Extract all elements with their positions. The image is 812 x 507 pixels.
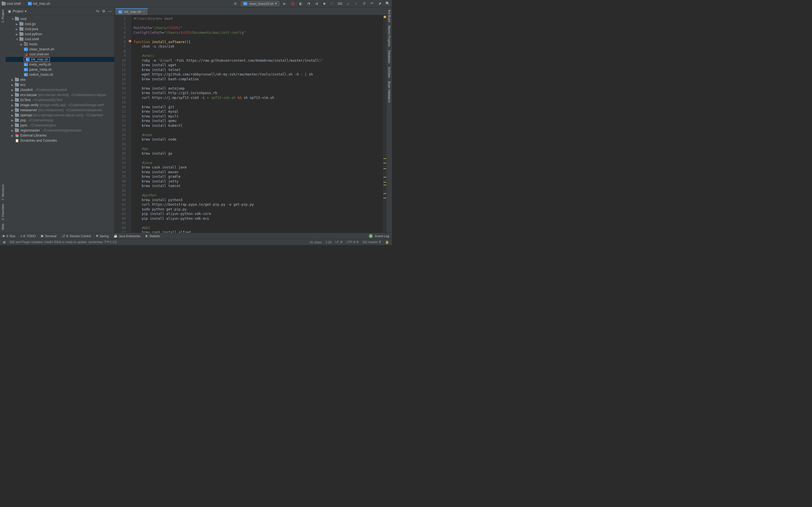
status-message: IDE and Plugin Updates: IntelliJ IDEA is… [10, 240, 117, 244]
project-panel: ▣ Project ▾ ⇆ ⚙ — ▼cool▶cool.go▶cool.jav… [6, 7, 114, 233]
tool-project[interactable]: 1: Project [1, 10, 4, 22]
line-gutter: 1234567891011121314151617181920212223242… [114, 15, 129, 233]
scroll-indicator[interactable] [383, 15, 386, 233]
chevron-right-icon: 〉 [22, 1, 26, 6]
editor-tab[interactable]: >_ init_mac.sh × [116, 8, 148, 15]
tree-item[interactable]: ▶metaserver[ecs-metaserver]~/Code/work/m… [6, 108, 114, 113]
coverage-button[interactable]: ◐ [298, 1, 303, 6]
tool-vcs[interactable]: ⎇ 9: Version Control [61, 234, 91, 238]
tool-terminal[interactable]: ▣ Terminal [41, 234, 56, 238]
windows-icon[interactable]: ▣ [3, 240, 6, 244]
chevron-down-icon: ▾ [275, 2, 277, 5]
tree-item[interactable]: ▶📚External Libraries [6, 133, 114, 138]
tool-javaee[interactable]: ☕ Java Enterprise [114, 234, 140, 238]
status-lock-icon[interactable]: 🔒 [385, 240, 389, 244]
tool-ant[interactable]: Ant Build [388, 10, 391, 22]
status-chars: 31 chars [310, 240, 321, 244]
tree-item[interactable]: ▶regionmaster~/Code/work/regionmaster [6, 128, 114, 133]
vcs-push-icon[interactable]: ⬈ [377, 1, 382, 6]
tree-item[interactable]: ▼cool [6, 16, 114, 21]
run-button[interactable]: ▶ [282, 1, 287, 6]
sh-file-icon: >_ [243, 2, 247, 5]
vcs-revert-icon[interactable]: ↶ [369, 1, 374, 6]
folder-icon [2, 2, 6, 5]
tree-item[interactable]: ▶ecs-bazaar[ecs-bazaar-service]~/Code/wo… [6, 93, 114, 98]
breadcrumb-parent[interactable]: cool.shell [2, 2, 21, 6]
tool-favorites[interactable]: 2: Favorites [1, 204, 4, 220]
tree-item[interactable]: ▶ecs [6, 82, 114, 87]
tool-web[interactable]: Web [1, 224, 4, 230]
layout-button[interactable]: ☄ [329, 1, 335, 6]
sh-file-icon: >_ [28, 2, 32, 5]
tool-structure[interactable]: 7: Structure [1, 184, 4, 201]
tree-item[interactable]: >_parse_meta.sh [6, 67, 114, 72]
gear-icon[interactable]: ⚙ [102, 9, 105, 13]
project-icon: ▣ [8, 9, 11, 13]
tool-event-log[interactable]: 2Event Log [369, 234, 389, 238]
hide-icon[interactable]: — [108, 9, 112, 13]
code-editor[interactable]: #!/usr/bin/env bash RootPath="/Users/$US… [132, 15, 383, 233]
collapse-icon[interactable]: ⇆ [96, 9, 99, 13]
search-icon[interactable]: 🔍 [385, 1, 390, 6]
analysis-status-icon [384, 16, 386, 18]
tree-item[interactable]: ▶cool.java [6, 26, 114, 32]
breadcrumb: cool.shell 〉 >_ init_mac.sh [2, 1, 233, 6]
tool-maven[interactable]: Maven Projects [388, 25, 391, 47]
tree-item[interactable]: ▶openapi[ecs-openapi-service-aliyun-com]… [6, 113, 114, 118]
status-git-branch[interactable]: Git: master ⇵ [363, 240, 381, 244]
status-position[interactable]: 1:20 [326, 240, 332, 244]
vcs-update-icon[interactable]: ↙ [346, 1, 351, 6]
tree-item[interactable]: >_init_mac.sh [6, 57, 114, 62]
stop-button[interactable]: ■ [322, 1, 327, 6]
chevron-down-icon[interactable]: ▾ [25, 9, 27, 13]
tree-item[interactable]: ▶hosts [6, 42, 114, 47]
editor-tab-bar: >_ init_mac.sh × [114, 7, 386, 15]
attach-button[interactable]: ⇉ [314, 1, 319, 6]
tab-label: init_mac.sh [124, 10, 141, 14]
vcs-commit-icon[interactable]: ✓ [354, 1, 359, 6]
status-line-sep[interactable]: LF ⇵ [336, 240, 343, 244]
tool-database[interactable]: Database [388, 50, 391, 63]
tree-item[interactable]: ▶pop~/Code/work/pop [6, 118, 114, 123]
build-icon[interactable] [233, 1, 238, 6]
tree-item[interactable]: ▶ebs [6, 77, 114, 82]
tool-run[interactable]: ▶ 4: Run [3, 234, 15, 238]
tree-item[interactable]: ▶cloudinit~/Code/work/cloudinit [6, 87, 114, 93]
tool-spring[interactable]: ❀ Spring [96, 234, 109, 238]
tool-todo[interactable]: ≡ 6: TODO [20, 234, 36, 238]
tree-item[interactable]: ▶cool.go [6, 21, 114, 26]
tree-item[interactable]: >_meta_verify.sh [6, 62, 114, 67]
tool-bean[interactable]: Bean Validation [388, 81, 391, 103]
debug-button[interactable]: 🐞 [290, 1, 295, 6]
run-config-selector[interactable]: >_ clean_branch2.sh ▾ [241, 1, 280, 6]
sh-file-icon: >_ [118, 10, 122, 13]
tool-sciview[interactable]: SciView [388, 67, 391, 78]
tree-item[interactable]: 📋Scratches and Consoles [6, 138, 114, 143]
tree-item[interactable]: >_switch_hosts.sh [6, 72, 114, 77]
tree-item[interactable]: ◪cool.shell.iml [6, 52, 114, 57]
tree-item[interactable]: ▼cool.shell [6, 37, 114, 42]
tree-item[interactable]: ▶cool.python [6, 32, 114, 37]
profile-button[interactable]: ◔ [306, 1, 311, 6]
close-icon[interactable]: × [143, 10, 145, 14]
tree-item[interactable]: >_clean_branch.sh [6, 47, 114, 52]
vcs-history-icon[interactable]: ↺ [361, 1, 366, 6]
git-label: Git: [338, 2, 343, 6]
panel-title: Project [13, 9, 23, 13]
status-encoding[interactable]: UTF-8 ⇵ [347, 240, 359, 244]
tool-statistic[interactable]: ◐ Statistic [146, 234, 160, 238]
tree-item[interactable]: ▶pync~/Code/work/pync [6, 123, 114, 128]
tree-item[interactable]: ▶EcTest~/Code/work/EcTest [6, 98, 114, 103]
project-tree[interactable]: ▼cool▶cool.go▶cool.java▶cool.python▼cool… [6, 15, 114, 233]
tree-item[interactable]: ▶image.verify[image-verify-api]~/Code/wo… [6, 103, 114, 108]
breadcrumb-file[interactable]: >_ init_mac.sh [28, 2, 50, 6]
gutter-marks: m [129, 15, 132, 233]
